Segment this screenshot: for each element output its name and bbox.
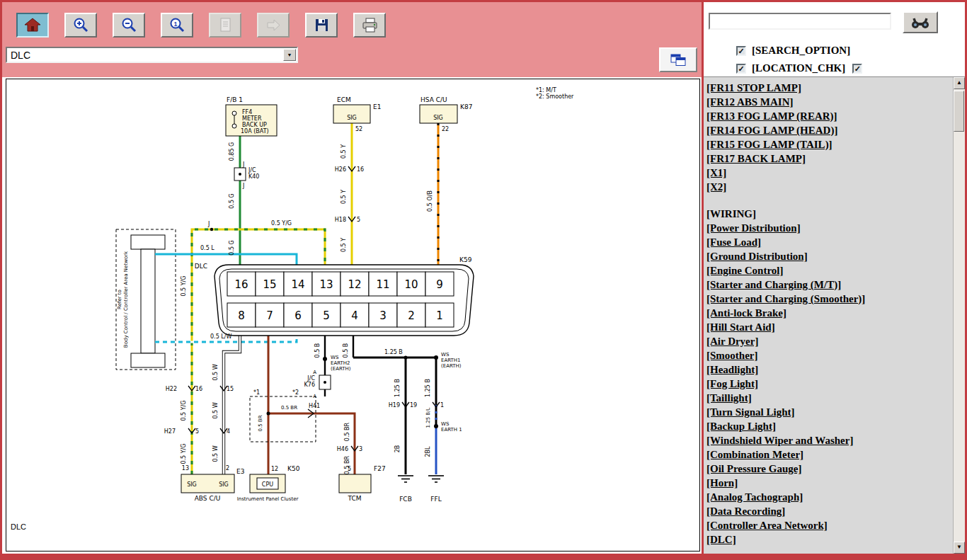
search-input[interactable] <box>709 13 891 30</box>
binoculars-icon <box>910 16 931 30</box>
diagram-label: F27 <box>374 465 386 472</box>
nav-link[interactable]: [Analog Tachograph] <box>706 490 951 504</box>
nav-link[interactable]: [Power Distribution] <box>706 221 951 235</box>
search-panel: ✓[SEARCH_OPTION]✓[LOCATION_CHK]✓ <box>704 2 965 77</box>
nav-link[interactable]: [Engine Control] <box>706 263 951 278</box>
ground-symbols <box>398 476 444 482</box>
diagram-label: F/B 1 <box>227 96 243 103</box>
nav-link[interactable]: [Starter and Charging (M/T)] <box>706 278 951 292</box>
nav-link[interactable]: [Controller Area Network] <box>706 518 951 532</box>
diagram-select[interactable]: DLC ▼ <box>6 47 298 63</box>
scroll-down-icon[interactable]: ▼ <box>954 542 965 554</box>
diagram-label: 0.5 L <box>200 245 214 251</box>
nav-link[interactable]: [Air Dryer] <box>706 334 951 348</box>
diagram-label: *2: Smoother <box>536 93 574 100</box>
diagram-label: J <box>242 183 244 189</box>
nav-area: [FR11 STOP LAMP][FR12 ABS MAIN][FR13 FOG… <box>704 77 965 554</box>
diagram-label: 13 <box>182 465 189 472</box>
dlc-pin-number: 5 <box>323 309 330 322</box>
zoom-out-button[interactable] <box>113 13 145 38</box>
diagram-label: SIG <box>347 115 357 121</box>
dlc-pin-number: 6 <box>294 309 302 322</box>
nav-link[interactable]: [Oil Pressure Gauge] <box>706 462 951 476</box>
diagram-label: 2B <box>394 445 401 453</box>
diagram-label: EARTH2 <box>331 360 350 366</box>
diagram-label: 0.5 Y/G <box>181 443 187 464</box>
dlc-connector-code: K59 <box>459 256 472 263</box>
diagram-label: 3 <box>359 446 362 452</box>
dlc-pin-number: 15 <box>263 278 276 291</box>
zoom-in-button[interactable] <box>64 13 97 38</box>
nav-link[interactable]: [Fuse Load] <box>706 235 951 249</box>
nav-link[interactable]: [FR13 FOG LAMP (REAR)] <box>706 109 951 123</box>
nav-link[interactable]: [X2] <box>706 180 951 194</box>
checkbox[interactable]: ✓ <box>736 64 746 74</box>
search-button[interactable] <box>903 11 938 33</box>
nav-link[interactable]: [Data Recording] <box>706 504 951 518</box>
nav-link[interactable]: [Taillight] <box>706 391 951 405</box>
dlc-pin-number: 2 <box>408 309 415 322</box>
diagram-label: 0.5 Y <box>341 238 347 252</box>
diagram-label: *2 <box>292 389 299 396</box>
nav-link[interactable]: [X1] <box>706 166 951 180</box>
nav-link[interactable]: [Horn] <box>706 476 951 490</box>
nav-link[interactable]: [Windshield Wiper and Washer] <box>706 433 951 447</box>
diagram-label: FFL <box>430 496 441 503</box>
nav-link[interactable]: [Turn Signal Light] <box>706 405 951 419</box>
scrollbar-track[interactable] <box>954 89 965 542</box>
diagram-label: 16 <box>357 166 364 173</box>
nav-link[interactable]: [Anti-lock Brake] <box>706 306 951 320</box>
checkbox[interactable]: ✓ <box>852 64 862 74</box>
nav-link[interactable]: [Headlight] <box>706 362 951 377</box>
navigation-pane: ✓[SEARCH_OPTION]✓[LOCATION_CHK]✓ [FR11 S… <box>702 2 965 554</box>
nav-link[interactable]: [Ground Distribution] <box>706 249 951 263</box>
diagram-label: *1: M/T <box>536 87 556 93</box>
dlc-pin-number: 12 <box>348 278 361 291</box>
diagram-label: BACK UP <box>242 122 267 128</box>
diagram-label: Instrument Panel Cluster <box>237 496 299 502</box>
nav-link[interactable]: [Starter and Charging (Smoother)] <box>706 292 951 306</box>
nav-link[interactable]: [FR14 FOG LAMP (HEAD)] <box>706 123 951 137</box>
nav-link[interactable]: [Smoother] <box>706 348 951 362</box>
diagram-label: 0.5 L/W <box>210 333 231 340</box>
search-options: ✓[SEARCH_OPTION]✓[LOCATION_CHK]✓ <box>736 42 862 77</box>
scrollbar-thumb[interactable] <box>954 91 964 132</box>
nav-link[interactable]: [Backup Light] <box>706 419 951 433</box>
forward-arrow-icon <box>265 17 282 33</box>
cascade-windows-button[interactable] <box>659 47 697 72</box>
diagram-label: H46 <box>337 446 348 452</box>
nav-link[interactable]: [Hill Start Aid] <box>706 320 951 334</box>
save-button[interactable] <box>305 13 338 38</box>
diagram-label: 0.5 G <box>229 193 235 208</box>
nav-link[interactable]: [FR12 ABS MAIN] <box>706 95 951 109</box>
diagram-label: 0.5 B <box>314 343 321 358</box>
dlc-pin-number: 8 <box>238 309 245 322</box>
diagram-label: 0.5 W <box>212 445 219 462</box>
diagram-label: FF4 <box>242 109 252 115</box>
nav-link[interactable]: [Fog Light] <box>706 377 951 391</box>
nav-link[interactable]: [FR11 STOP LAMP] <box>706 81 951 95</box>
print-button[interactable] <box>353 13 386 38</box>
nav-link[interactable]: [FR17 BACK LAMP] <box>706 152 951 166</box>
scrollbar[interactable]: ▲ ▼ <box>953 77 965 554</box>
diagram-label: 1.25 B <box>394 379 401 397</box>
diagram-label: 0.5 Y <box>341 190 347 204</box>
chevron-down-icon[interactable]: ▼ <box>283 49 296 61</box>
scroll-up-icon[interactable]: ▲ <box>954 77 965 89</box>
nav-link[interactable]: [DLC] <box>706 532 951 547</box>
diagram-canvas[interactable]: 16151413121110987654321 <box>6 79 700 552</box>
home-button[interactable] <box>16 13 49 38</box>
diagram-label: 2 <box>226 465 229 472</box>
checkbox-row: ✓[LOCATION_CHK]✓ <box>736 59 862 77</box>
diagram-label: (EARTH) <box>331 366 351 372</box>
dlc-pin-number: 13 <box>319 278 333 291</box>
zoom-actual-button[interactable]: 1 <box>161 13 193 38</box>
diagram-label: 0.5 B <box>343 343 349 358</box>
diagram-label: METER <box>242 115 262 122</box>
nav-link[interactable]: [FR15 FOG LAMP (TAIL)] <box>706 137 951 152</box>
nav-link[interactable]: [Combination Meter] <box>706 447 951 462</box>
diagram-label: J <box>242 161 244 168</box>
diagram-label: 0.5 BR <box>281 405 297 411</box>
checkbox[interactable]: ✓ <box>736 46 746 56</box>
diagram-label: E3 <box>236 468 244 475</box>
